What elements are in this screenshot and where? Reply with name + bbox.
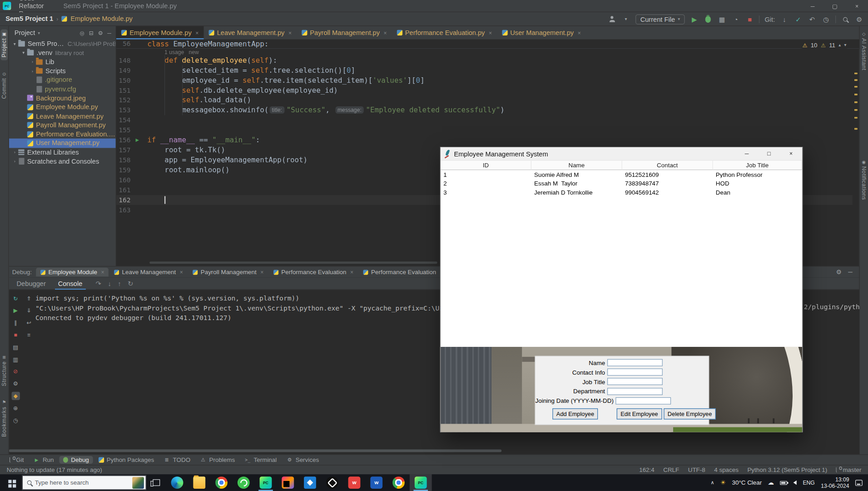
git-history-icon[interactable]: ◷ (822, 14, 831, 24)
stripe-item-notifications[interactable]: ◉Notifications (860, 157, 868, 203)
inspections-widget[interactable]: ⚠ 10 ⚠ 11 ▴ ▾ (799, 41, 849, 49)
code-vision-hint[interactable]: 1 usage new (164, 49, 199, 55)
project-tree-item[interactable]: Payroll Management.py (9, 120, 116, 130)
department-input[interactable] (607, 388, 663, 395)
code-line[interactable]: 156▶if __name__ == "__main__": (116, 135, 853, 145)
select-opened-file-icon[interactable]: ◎ (79, 30, 84, 35)
job-title-input[interactable] (607, 378, 663, 386)
search-everywhere-icon[interactable] (843, 17, 848, 21)
delete-employee-button[interactable]: Delete Employee (664, 408, 716, 419)
project-tree-item[interactable]: Performance Evaluation.py (9, 130, 116, 139)
add-employee-button[interactable]: Add Employee (552, 408, 598, 419)
project-tree-item[interactable]: ▾.venvlibrary root (9, 48, 116, 57)
analysis-mark[interactable] (854, 86, 858, 87)
chrome-2-taskbar-button[interactable] (387, 474, 410, 491)
breadcrumb-file[interactable]: Employee Module.py (70, 15, 133, 23)
editor-horizontal-scrollbar[interactable] (149, 261, 437, 264)
toolwindow-button-git[interactable]: Git (5, 456, 28, 464)
project-tree-item[interactable]: ▾Sem5 Project 1C:\Users\HP ProBook (9, 40, 116, 49)
hide-panel-icon[interactable]: ─ (848, 268, 853, 276)
code-line[interactable]: 150 employee_id = self.tree.item(selecte… (116, 75, 853, 85)
toolwindow-button-services[interactable]: ⚙Services (282, 456, 322, 464)
stripe-item-ai-assistant[interactable]: ◇AI Assistant (860, 30, 868, 74)
close-tab-icon[interactable]: × (489, 30, 492, 35)
stop-icon[interactable]: ■ (11, 331, 20, 339)
run-button[interactable]: ▶ (690, 14, 699, 24)
breadcrumb-project[interactable]: Sem5 Project 1 (5, 15, 53, 23)
close-tab-icon[interactable]: × (383, 30, 387, 35)
debug-button[interactable] (705, 16, 711, 23)
analysis-mark[interactable] (854, 117, 858, 118)
mute-breakpoints-icon[interactable]: ⊘ (11, 367, 20, 376)
debug-settings-icon[interactable]: ⚙ (11, 380, 20, 388)
up-stack-icon[interactable]: ⇑ (25, 294, 33, 302)
debugger-tab-debugger[interactable]: Debugger (13, 277, 49, 290)
clear-console-icon[interactable]: ▥ (11, 355, 20, 363)
project-tree-item[interactable]: Background.jpeg (9, 94, 116, 103)
stop-button[interactable]: ■ (745, 14, 754, 24)
close-tab-icon[interactable]: × (260, 269, 263, 275)
sticky-line[interactable]: 56 class EmployeeManagementApp: (116, 40, 859, 49)
stripe-item-structure[interactable]: ≣Structure (0, 353, 8, 390)
edit-employee-button[interactable]: Edit Employee (617, 408, 662, 419)
table-row[interactable]: 1Suomie Alfred M9512521609Python Profess… (441, 170, 802, 179)
toolwindow-button-problems[interactable]: ⚠Problems (196, 456, 238, 464)
weather-text[interactable]: 30°C Clear (732, 479, 762, 486)
rerun-icon[interactable]: ↻ (11, 294, 20, 302)
code-with-me-icon[interactable] (609, 16, 615, 22)
toolwindow-button-terminal[interactable]: >_Terminal (240, 456, 280, 464)
status-crlf[interactable]: CRLF (663, 466, 679, 473)
debug-session-tab-performance-evaluation[interactable]: Performance Evaluation× (359, 268, 447, 277)
status-162-4[interactable]: 162:4 (639, 466, 655, 473)
debug-session-tab-employee-module[interactable]: Employee Module× (36, 268, 109, 277)
action-center-icon[interactable] (855, 480, 863, 486)
close-tab-icon[interactable]: × (578, 30, 581, 35)
status-4-spaces[interactable]: 4 spaces (714, 466, 739, 473)
ai-assistant-icon[interactable]: ◆ (11, 392, 20, 400)
column-header-contact[interactable]: Contact (622, 160, 713, 170)
code-line[interactable]: 148 def delete_employee(self): (116, 55, 853, 65)
status-python-3-12-sem5-project-1[interactable]: Python 3.12 (Sem5 Project 1) (747, 466, 827, 473)
run-configuration-select[interactable]: Current File ▾ (635, 14, 685, 24)
table-row[interactable]: 3Jeremiah D Tornkollie9904569142Dean (441, 188, 802, 197)
editor-tab-leave-management-py[interactable]: Leave Management.py× (203, 26, 297, 39)
name-input[interactable] (607, 359, 663, 366)
search-highlight-icon[interactable] (132, 477, 144, 489)
step-into-icon[interactable]: ↓ (108, 280, 111, 287)
chrome-taskbar-button[interactable] (210, 474, 233, 491)
contact-info-input[interactable] (607, 369, 663, 376)
code-line[interactable]: 155 (116, 125, 853, 135)
maximize-icon[interactable]: ▢ (824, 0, 846, 12)
debugger-tab-console[interactable]: Console (55, 277, 85, 290)
joining-date-yyyy-mm-dd-input[interactable] (616, 397, 671, 405)
analysis-mark[interactable] (854, 79, 858, 80)
code-line[interactable]: 149 selected_item = self.tree.selection(… (116, 65, 853, 75)
pin-tab-icon[interactable]: ⊕ (11, 404, 20, 412)
console-horizontal-scrollbar[interactable] (9, 449, 502, 452)
project-tree-item[interactable]: .gitignore (9, 75, 116, 85)
git-branch-widget[interactable]: master (836, 466, 862, 473)
column-header-name[interactable]: Name (531, 160, 622, 170)
stripe-item-project[interactable]: ▣Project (0, 30, 8, 60)
collapse-all-icon[interactable]: ⊟ (89, 30, 94, 35)
analysis-mark[interactable] (854, 101, 858, 103)
taskbar-search[interactable]: Type here to search (22, 476, 146, 490)
settings-gear-icon[interactable]: ⚙ (855, 14, 864, 24)
vcs-status-text[interactable]: Nothing to update (17 minutes ago) (7, 466, 102, 473)
app-window-titlebar[interactable]: Employee Management System ─ □ × (441, 147, 802, 160)
panel-options-icon[interactable]: ⚙ (98, 30, 103, 35)
taskbar-clock[interactable]: 13:09 13-06-2024 (821, 476, 849, 489)
project-tree-item[interactable]: Leave Management.py (9, 111, 116, 120)
code-line[interactable]: 154 (116, 115, 853, 125)
task-view-button[interactable] (146, 474, 166, 491)
scroll-end-icon[interactable]: ≡ (25, 331, 33, 339)
status-utf-8[interactable]: UTF-8 (688, 466, 705, 473)
step-over-icon[interactable]: ↷ (96, 280, 101, 287)
close-tab-icon[interactable]: × (195, 30, 198, 35)
chevron-down-icon[interactable]: ▾ (38, 30, 40, 35)
project-tree-item[interactable]: ›Scratches and Consoles (9, 157, 116, 166)
language-indicator[interactable]: ENG (803, 480, 814, 486)
word-taskbar-button[interactable]: W (365, 474, 387, 491)
pause-icon[interactable]: ∥ (11, 319, 20, 327)
jetbrains-taskbar-button[interactable] (277, 474, 299, 491)
